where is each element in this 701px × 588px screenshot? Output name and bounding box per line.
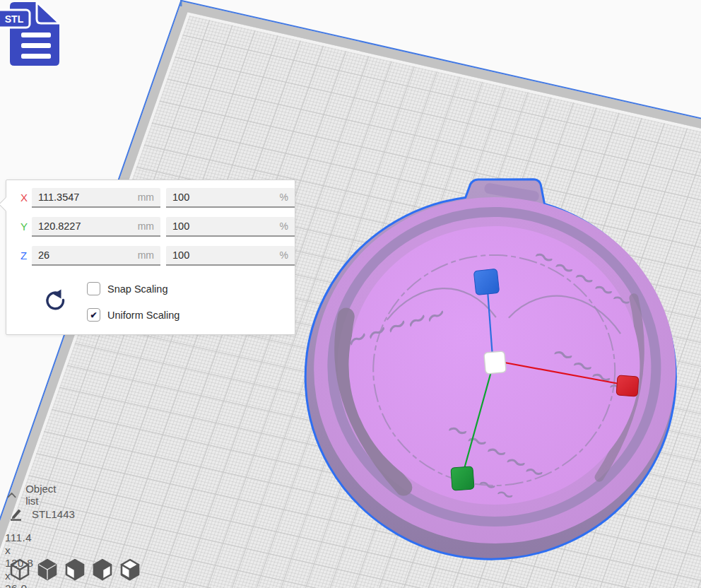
uniform-scaling-option: ✔ Uniform Scaling — [87, 308, 179, 322]
z-percent-field: % — [166, 246, 295, 266]
scale-handle-x[interactable] — [616, 375, 639, 396]
x-size-input[interactable] — [38, 192, 135, 203]
x-percent-unit: % — [280, 192, 288, 203]
document-icon: STL — [0, 0, 71, 71]
object-name-row: STL1443 — [9, 507, 75, 521]
object-name[interactable]: STL1443 — [32, 508, 75, 520]
x-size-unit: mm — [138, 192, 154, 203]
snap-scaling-label: Snap Scaling — [107, 283, 167, 295]
scale-tool-panel: X mm % Y mm % Z mm — [6, 180, 295, 335]
axis-z-label: Z — [20, 249, 27, 261]
scale-handle-y[interactable] — [451, 466, 474, 490]
chevron-up-icon — [7, 490, 16, 500]
z-percent-input[interactable] — [172, 249, 277, 261]
y-size-field: mm — [32, 217, 160, 237]
view-right-button[interactable] — [119, 558, 141, 582]
scale-row-y: Y mm % — [6, 217, 295, 237]
y-percent-unit: % — [280, 220, 288, 232]
view-front-cube-icon — [36, 558, 59, 582]
pencil-icon[interactable] — [9, 507, 23, 521]
scale-handle-z[interactable] — [473, 269, 499, 295]
z-size-input[interactable] — [38, 249, 135, 261]
y-size-input[interactable] — [38, 220, 135, 232]
view-right-cube-icon — [119, 558, 141, 582]
uniform-scaling-checkbox[interactable]: ✔ — [87, 308, 100, 322]
reset-scale-button[interactable] — [42, 288, 66, 314]
object-list-toggle[interactable]: Object list — [7, 483, 59, 507]
stl-file-icon[interactable]: STL — [0, 0, 71, 71]
plate-origin-axis-tick — [180, 0, 182, 6]
camera-view-toolbar — [8, 558, 141, 582]
snap-scaling-option: Snap Scaling — [87, 282, 167, 295]
z-size-field: mm — [32, 246, 160, 266]
view-left-cube-icon — [91, 558, 114, 582]
z-size-unit: mm — [138, 249, 154, 261]
view-top-cube-icon — [64, 558, 86, 582]
stl-badge-label: STL — [5, 13, 24, 25]
view-front-button[interactable] — [36, 558, 59, 582]
snap-scaling-checkbox[interactable] — [87, 282, 100, 295]
axis-x-label: X — [20, 192, 28, 204]
axis-y-label: Y — [20, 220, 28, 233]
checkmark-icon: ✔ — [90, 310, 97, 320]
x-size-field: mm — [32, 188, 160, 208]
x-percent-field: % — [166, 188, 295, 208]
view-3d-cube-icon — [8, 558, 31, 582]
scale-row-x: X mm % — [6, 188, 295, 208]
slicer-app-window: STL X mm % Y mm % — [0, 0, 701, 588]
x-percent-input[interactable] — [172, 192, 277, 203]
y-percent-field: % — [166, 217, 295, 237]
scale-handle-uniform[interactable] — [484, 351, 507, 374]
view-top-button[interactable] — [64, 558, 86, 582]
scale-row-z: Z mm % — [6, 246, 295, 266]
y-percent-input[interactable] — [172, 220, 277, 232]
object-list-label: Object list — [25, 483, 59, 507]
y-size-unit: mm — [138, 220, 154, 232]
z-percent-unit: % — [280, 249, 288, 261]
view-3d-button[interactable] — [8, 558, 31, 582]
rotate-ccw-icon — [42, 288, 65, 313]
view-left-button[interactable] — [91, 558, 114, 582]
uniform-scaling-label: Uniform Scaling — [107, 310, 179, 321]
